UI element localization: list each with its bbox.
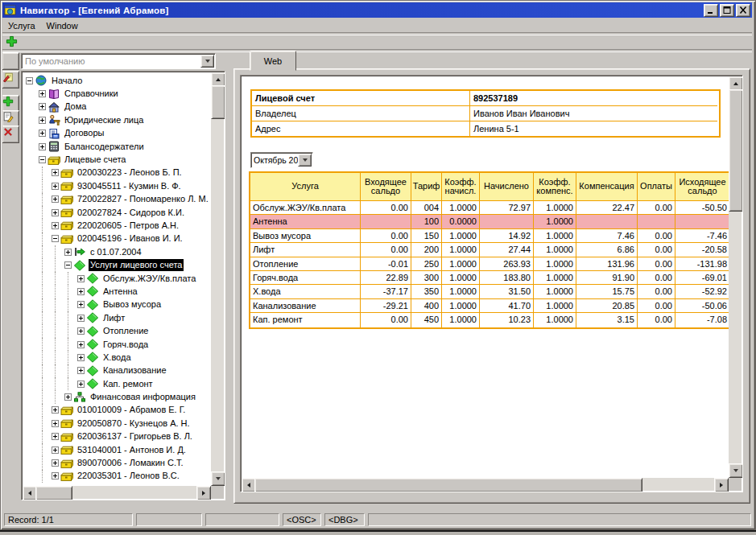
collapse-icon[interactable] — [64, 261, 72, 269]
tree-item[interactable]: Канализование — [23, 364, 211, 377]
expand-icon[interactable] — [77, 354, 85, 361]
expand-icon[interactable] — [77, 381, 85, 388]
tree-item[interactable]: 930045511 - Кузмин В. Ф. — [23, 179, 211, 192]
content-vertical-scrollbar[interactable] — [729, 76, 742, 478]
tree-item[interactable]: 020027824 - Сидоров К.И. — [23, 206, 211, 219]
tree-item[interactable]: Финансовая информация — [23, 390, 211, 403]
expand-icon[interactable] — [52, 420, 59, 427]
tree-item[interactable]: Обслуж.ЖЭУ/Кв.плата — [23, 272, 211, 285]
expand-icon[interactable] — [52, 195, 59, 203]
expand-icon[interactable] — [52, 433, 59, 440]
expand-icon[interactable] — [39, 117, 46, 124]
tree-item-label[interactable]: Обслуж.ЖЭУ/Кв.плата — [101, 273, 197, 285]
expand-icon[interactable] — [77, 341, 85, 348]
menu-window[interactable]: Window — [41, 20, 84, 31]
scroll-down-icon[interactable] — [211, 471, 225, 486]
scroll-thumb[interactable] — [254, 478, 642, 492]
tree-item-label[interactable]: 020045196 - Иванов И. И. — [76, 233, 184, 245]
tree-item[interactable]: 531040001 - Антонов И. Д. — [23, 443, 211, 456]
scroll-right-icon[interactable] — [196, 486, 211, 500]
expand-icon[interactable] — [39, 130, 46, 137]
scroll-right-icon[interactable] — [714, 478, 729, 492]
tree-item[interactable]: 010010009 - Абрамов Е. Г. — [23, 404, 211, 417]
expand-icon[interactable] — [52, 222, 59, 229]
expand-icon[interactable] — [52, 406, 59, 414]
expand-icon[interactable] — [64, 393, 72, 401]
tree-item-label[interactable]: Финансовая информация — [89, 391, 197, 403]
tree-item[interactable]: 220035301 - Леонов В.С. — [23, 470, 211, 483]
tree-item-label[interactable]: Лифт — [101, 312, 126, 324]
tree-vertical-scrollbar[interactable] — [211, 72, 224, 486]
tree-item[interactable]: Вывоз мусора — [23, 298, 211, 311]
tree-item-label[interactable]: 020027824 - Сидоров К.И. — [76, 207, 186, 219]
tree-item[interactable]: 020030223 - Леонов Б. П. — [23, 167, 211, 179]
tree-item[interactable]: 720022827 - Пономаренко Л. М. — [23, 193, 211, 206]
tree-item[interactable]: Договоры — [23, 127, 211, 140]
expand-icon[interactable] — [39, 143, 46, 150]
tree-item[interactable]: Лифт — [23, 311, 211, 324]
tree-item[interactable]: Х.вода — [23, 351, 211, 364]
expand-icon[interactable] — [77, 275, 85, 282]
expand-icon[interactable] — [52, 472, 59, 479]
tree-item[interactable]: Кап. ремонт — [23, 377, 211, 390]
tree-item[interactable]: 620036137 - Григорьев В. Л. — [23, 430, 211, 443]
tree-item-label[interactable]: Канализование — [101, 364, 168, 377]
tree-item-label[interactable]: Вывоз мусора — [101, 298, 163, 311]
tree-item[interactable]: 920050870 - Кузнецов А. Н. — [23, 417, 211, 430]
tree-item[interactable]: Услуги лицевого счета — [23, 258, 211, 271]
tree-item-label[interactable]: 010010009 - Абрамов Е. Г. — [76, 404, 187, 416]
tree-item-label[interactable]: 720022827 - Пономаренко Л. М. — [76, 193, 210, 205]
expand-icon[interactable] — [77, 315, 85, 322]
tree-item-label[interactable]: Договоры — [63, 127, 105, 139]
tree-item[interactable]: 220020605 - Петров А.Н. — [23, 219, 211, 232]
notes-button[interactable] — [2, 71, 19, 88]
expand-icon[interactable] — [77, 301, 85, 308]
tree-filter-select[interactable]: По умолчанию — [21, 53, 216, 69]
tree-item-label[interactable]: Горяч.вода — [101, 339, 150, 351]
expand-icon[interactable] — [52, 209, 59, 216]
tree-item-label[interactable]: 220020605 - Петров А.Н. — [76, 220, 180, 232]
close-button[interactable] — [736, 4, 750, 17]
expand-icon[interactable] — [64, 249, 72, 256]
tree-item-label[interactable]: 930045511 - Кузмин В. Ф. — [76, 180, 183, 192]
tree-item[interactable]: Юридические лица — [23, 113, 211, 126]
menu-usluga[interactable]: Услуга — [2, 20, 41, 31]
toolbar-blank-button[interactable] — [2, 52, 19, 70]
expand-icon[interactable] — [52, 183, 59, 190]
collapse-icon[interactable] — [26, 77, 33, 84]
maximize-button[interactable] — [720, 4, 734, 17]
tree-item[interactable]: Отопление — [23, 324, 211, 337]
scroll-thumb[interactable] — [211, 85, 225, 119]
tree-item[interactable]: с 01.07.2004 — [23, 245, 211, 258]
scroll-thumb[interactable] — [35, 486, 72, 500]
tree-item[interactable]: 020045196 - Иванов И. И. — [23, 233, 211, 245]
expand-icon[interactable] — [39, 103, 46, 110]
tree-item-label[interactable]: Юридические лица — [63, 114, 145, 126]
expand-icon[interactable] — [77, 327, 85, 335]
tab-web[interactable]: Web — [250, 51, 296, 71]
expand-icon[interactable] — [77, 367, 85, 374]
tree-item-label[interactable]: 220035301 - Леонов В.С. — [76, 470, 181, 482]
expand-icon[interactable] — [52, 169, 59, 176]
scroll-down-icon[interactable] — [729, 463, 743, 478]
expand-icon[interactable] — [77, 288, 85, 295]
expand-icon[interactable] — [52, 447, 59, 454]
tree-horizontal-scrollbar[interactable] — [23, 486, 211, 499]
tree-item[interactable]: Справочники — [23, 87, 211, 100]
minimize-button[interactable] — [704, 4, 718, 17]
tree-item-label[interactable]: Кап. ремонт — [101, 378, 155, 390]
tree-item-label[interactable]: Х.вода — [101, 352, 133, 364]
tree-item[interactable]: Лицевые счета — [23, 153, 211, 166]
chevron-down-icon[interactable] — [200, 55, 214, 68]
tree-item-label[interactable]: Отопление — [101, 325, 150, 337]
add-service-button[interactable] — [2, 33, 20, 49]
period-select[interactable]: Октябрь 2004 — [250, 152, 313, 168]
delete-button[interactable] — [2, 126, 19, 143]
tree-item-label[interactable]: 531040001 - Антонов И. Д. — [76, 444, 188, 456]
tree-item[interactable]: Балансодержатели — [23, 140, 211, 153]
tree-item-label[interactable]: Лицевые счета — [63, 154, 127, 166]
tree-item-label[interactable]: с 01.07.2004 — [89, 246, 143, 258]
tree-item-label[interactable]: 620036137 - Григорьев В. Л. — [76, 430, 194, 442]
tree-item[interactable]: Горяч.вода — [23, 338, 211, 351]
tree-item-label[interactable]: Антенна — [101, 286, 139, 298]
